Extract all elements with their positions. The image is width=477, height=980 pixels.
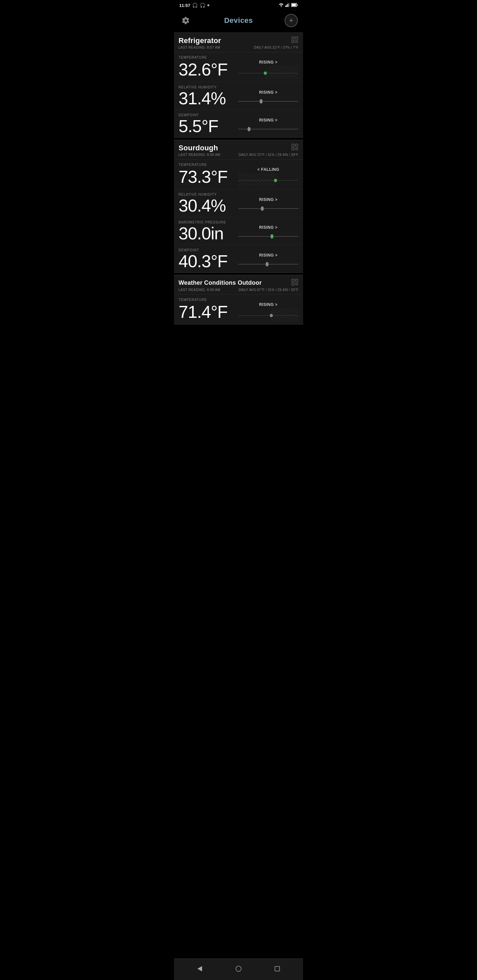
metric-value-temp-sourdough: 73.3°F (179, 168, 235, 185)
bottom-navigation (174, 958, 303, 980)
last-reading-sourdough: LAST READING: 8:08 AM (179, 153, 220, 157)
svg-rect-43 (275, 966, 279, 971)
metric-pressure-sourdough: BAROMETRIC PRESSURE 30.0in RISING > (174, 217, 303, 245)
svg-rect-8 (295, 37, 298, 39)
svg-rect-6 (292, 4, 296, 6)
metric-label-temp-weather: TEMPERATURE (179, 298, 298, 302)
nav-back-button[interactable] (193, 962, 206, 975)
metric-value-humidity-fridge: 31.4% (179, 90, 235, 107)
app-header: Devices + (174, 9, 303, 32)
device-name-refrigerator[interactable]: Refrigerator (179, 37, 221, 45)
metric-temperature-sourdough: TEMPERATURE 73.3°F < FALLING (174, 159, 303, 189)
status-icon-2: 🎧 (200, 3, 205, 8)
signal-icon (285, 3, 290, 8)
page-title: Devices (224, 16, 253, 25)
svg-rect-38 (271, 308, 298, 321)
trend-temp-weather: RISING > (259, 302, 278, 307)
metric-value-dew-fridge: 5.5°F (179, 118, 235, 135)
svg-point-14 (264, 72, 266, 75)
device-settings-icon-refrigerator[interactable] (291, 36, 298, 45)
svg-rect-1 (287, 5, 287, 7)
svg-point-40 (270, 314, 273, 317)
add-device-button[interactable]: + (284, 14, 298, 27)
status-left: 11:57 🎧 🎧 (179, 3, 209, 8)
device-header-refrigerator: Refrigerator LAST READING: 8:07 AM DAILY… (174, 33, 303, 52)
svg-rect-3 (289, 3, 290, 7)
svg-rect-7 (292, 37, 294, 39)
device-card-sourdough: Sourdough LAST READING: 8:08 AM DAILY AV… (174, 140, 303, 273)
metric-value-pressure-sourdough: 30.0in (179, 225, 235, 242)
device-card-refrigerator: Refrigerator LAST READING: 8:07 AM DAILY… (174, 32, 303, 138)
device-header-weather: Weather Conditions Outdoor LAST READING:… (174, 275, 303, 295)
wifi-icon (279, 3, 284, 8)
svg-point-26 (274, 179, 277, 182)
svg-rect-34 (295, 279, 298, 282)
svg-rect-22 (295, 148, 298, 150)
device-name-weather[interactable]: Weather Conditions Outdoor (179, 280, 262, 286)
daily-avg-weather: DAILY AVG:67°F / 31% / 29.4in / 35°F (238, 288, 298, 292)
svg-point-16 (260, 99, 263, 103)
status-dot (207, 4, 209, 6)
nav-recent-button[interactable] (271, 962, 284, 975)
status-right (279, 3, 298, 8)
nav-home-button[interactable] (232, 962, 245, 975)
device-list: Refrigerator LAST READING: 8:07 AM DAILY… (174, 32, 303, 350)
metric-label-temp-sourdough: TEMPERATURE (179, 163, 298, 167)
last-reading-weather: LAST READING: 8:08 AM (179, 288, 220, 292)
svg-rect-36 (295, 283, 298, 285)
svg-point-30 (270, 234, 273, 239)
metric-value-temp-fridge: 32.6°F (179, 61, 235, 78)
trend-temp-sourdough: < FALLING (257, 167, 279, 172)
status-bar: 11:57 🎧 🎧 (174, 0, 303, 9)
add-icon: + (289, 17, 294, 24)
svg-point-42 (236, 966, 241, 971)
device-settings-icon-weather[interactable] (291, 278, 298, 287)
battery-icon (291, 3, 298, 8)
svg-rect-24 (238, 173, 276, 186)
svg-rect-2 (287, 4, 289, 7)
svg-marker-41 (198, 966, 202, 971)
chart-temp-fridge (238, 66, 298, 79)
svg-rect-12 (265, 66, 298, 79)
last-reading-refrigerator: LAST READING: 8:07 AM (179, 46, 220, 49)
svg-rect-33 (292, 279, 294, 282)
svg-point-28 (261, 206, 264, 211)
device-settings-icon-sourdough[interactable] (291, 143, 298, 152)
svg-point-32 (266, 262, 269, 267)
status-icon-1: 🎧 (192, 3, 198, 8)
svg-rect-5 (297, 4, 298, 6)
device-header-sourdough: Sourdough LAST READING: 8:08 AM DAILY AV… (174, 140, 303, 159)
metric-humidity-refrigerator: RELATIVE HUMIDITY 31.4% RISING > (174, 82, 303, 110)
svg-rect-35 (292, 283, 294, 285)
svg-point-18 (247, 127, 250, 131)
metric-label-temp-fridge: TEMPERATURE (179, 56, 298, 59)
svg-rect-20 (295, 144, 298, 146)
status-time: 11:57 (179, 3, 190, 8)
device-name-sourdough[interactable]: Sourdough (179, 144, 218, 152)
metric-temperature-refrigerator: TEMPERATURE 32.6°F RISING > (174, 52, 303, 82)
settings-button[interactable] (179, 14, 193, 27)
metric-dewpoint-refrigerator: DEWPOINT 5.5°F RISING > (174, 110, 303, 137)
metric-value-humidity-sourdough: 30.4% (179, 197, 235, 214)
svg-rect-9 (292, 40, 294, 43)
svg-rect-21 (292, 148, 294, 150)
metric-humidity-sourdough: RELATIVE HUMIDITY 30.4% RISING > (174, 189, 303, 217)
svg-rect-19 (292, 144, 294, 146)
daily-avg-refrigerator: DAILY AVG:32°F / 37% / 7°F (254, 46, 298, 49)
metric-temperature-weather: TEMPERATURE 71.4°F RISING > (174, 295, 303, 324)
daily-avg-sourdough: DAILY AVG:72°F / 31% / 29.4in / 39°F (238, 153, 298, 157)
trend-temp-fridge: RISING > (259, 60, 278, 65)
metric-value-dew-sourdough: 40.3°F (179, 253, 235, 270)
device-card-weather-outdoor: Weather Conditions Outdoor LAST READING:… (174, 275, 303, 325)
metric-dewpoint-sourdough: DEWPOINT 40.3°F RISING > (174, 245, 303, 272)
metric-value-temp-weather: 71.4°F (179, 303, 235, 320)
svg-rect-0 (285, 6, 286, 7)
svg-rect-10 (295, 40, 298, 43)
